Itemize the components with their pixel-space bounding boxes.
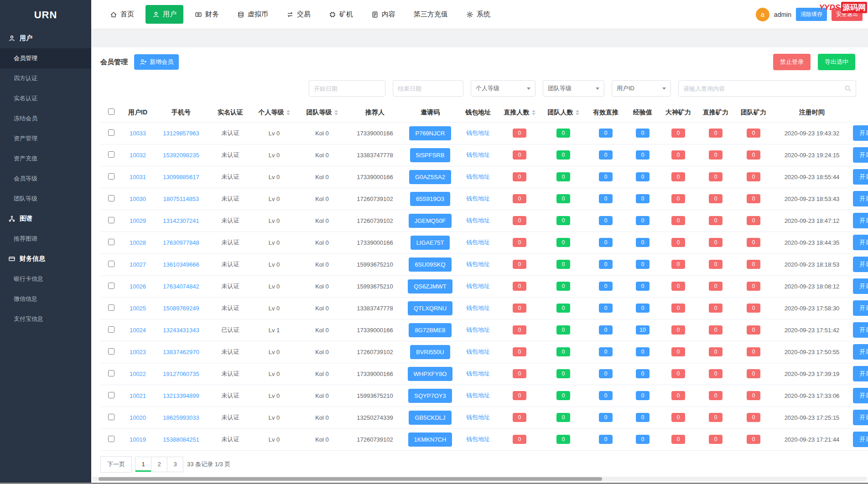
row-checkbox[interactable] bbox=[108, 239, 114, 245]
phone-link[interactable]: 13129857963 bbox=[163, 130, 199, 137]
row-action-button[interactable]: 开启 bbox=[853, 125, 868, 141]
horizontal-scrollbar[interactable] bbox=[92, 477, 867, 481]
wallet-link[interactable]: 钱包地址 bbox=[466, 195, 490, 202]
row-action-button[interactable]: 开启 bbox=[853, 257, 868, 272]
row-action-button[interactable]: 开启 bbox=[853, 344, 868, 360]
invite-code-button[interactable]: 6SU09SKQ bbox=[409, 257, 451, 272]
avatar[interactable]: a bbox=[756, 8, 769, 21]
sidebar-item-member-management[interactable]: 会员管理 bbox=[0, 48, 91, 68]
sidebar-item-alipay-info[interactable]: 支付宝信息 bbox=[0, 309, 91, 329]
next-page-button[interactable]: 下一页 bbox=[100, 456, 132, 473]
wallet-link[interactable]: 钱包地址 bbox=[466, 326, 490, 333]
user-id-link[interactable]: 10020 bbox=[130, 414, 146, 421]
phone-link[interactable]: 15392098235 bbox=[163, 152, 199, 159]
select-all-checkbox[interactable] bbox=[108, 108, 114, 115]
sidebar-section-finance-info[interactable]: 财务信息 bbox=[0, 249, 91, 269]
nav-item-trade[interactable]: 交易 bbox=[280, 5, 317, 24]
search-icon[interactable] bbox=[844, 85, 852, 92]
team-level-select[interactable]: 团队等级 bbox=[543, 80, 604, 97]
user-id-link[interactable]: 10033 bbox=[130, 130, 146, 137]
phone-link[interactable]: 17634074842 bbox=[163, 283, 199, 290]
personal-level-select[interactable]: 个人等级 bbox=[471, 80, 535, 97]
row-action-button[interactable]: 开启 bbox=[853, 366, 868, 381]
nav-item-finance[interactable]: 财务 bbox=[188, 5, 226, 24]
sidebar-section-graph[interactable]: 图谱 bbox=[0, 209, 91, 229]
user-id-link[interactable]: 10023 bbox=[130, 349, 146, 355]
row-checkbox[interactable] bbox=[108, 392, 114, 398]
forbid-login-button[interactable]: 禁止登录 bbox=[773, 54, 811, 70]
nav-item-crypto[interactable]: 虚拟币 bbox=[230, 5, 275, 24]
sidebar-item-realname-auth[interactable]: 实名认证 bbox=[0, 88, 91, 108]
invite-code-button[interactable]: SQYP7OY3 bbox=[408, 389, 452, 403]
invite-code-button[interactable]: JGEMQ50F bbox=[409, 214, 452, 228]
nav-item-users[interactable]: 用户 bbox=[146, 5, 183, 24]
invite-code-button[interactable]: 5ISPFSRB bbox=[410, 148, 451, 162]
wallet-link[interactable]: 钱包地址 bbox=[466, 304, 490, 311]
sort-control[interactable] bbox=[334, 110, 338, 115]
sidebar-item-bank-card-info[interactable]: 银行卡信息 bbox=[0, 269, 91, 289]
row-action-button[interactable]: 开启 bbox=[853, 191, 868, 206]
user-id-link[interactable]: 10028 bbox=[130, 239, 146, 246]
user-id-link[interactable]: 10027 bbox=[130, 261, 146, 268]
phone-link[interactable]: 18075114853 bbox=[163, 196, 199, 202]
row-action-button[interactable]: 开启 bbox=[853, 278, 868, 294]
wallet-link[interactable]: 钱包地址 bbox=[466, 129, 490, 136]
phone-link[interactable]: 17630977848 bbox=[163, 239, 199, 246]
phone-link[interactable]: 19127060735 bbox=[163, 371, 199, 377]
row-checkbox[interactable] bbox=[108, 151, 114, 158]
row-action-button[interactable]: 开启 bbox=[853, 300, 868, 316]
invite-code-button[interactable]: GB5CKDLJ bbox=[409, 411, 451, 425]
nav-item-system[interactable]: 系统 bbox=[459, 5, 497, 24]
wallet-link[interactable]: 钱包地址 bbox=[466, 392, 490, 399]
sidebar-item-wechat-info[interactable]: 微信信息 bbox=[0, 289, 91, 309]
user-id-select[interactable]: 用户ID bbox=[612, 80, 671, 97]
phone-link[interactable]: 18625993033 bbox=[163, 414, 199, 421]
sort-control[interactable] bbox=[576, 110, 579, 115]
row-checkbox[interactable] bbox=[108, 173, 114, 180]
nav-item-miner[interactable]: 矿机 bbox=[322, 5, 360, 24]
row-action-button[interactable]: 开启 bbox=[853, 235, 868, 250]
invite-code-button[interactable]: P769NJCR bbox=[409, 126, 451, 140]
invite-code-button[interactable]: 65S919O3 bbox=[410, 192, 450, 206]
phone-link[interactable]: 13142307241 bbox=[163, 217, 199, 224]
wallet-link[interactable]: 钱包地址 bbox=[466, 261, 490, 268]
sidebar-item-member-level[interactable]: 会员等级 bbox=[0, 169, 91, 189]
invite-code-button[interactable]: 8G72BME8 bbox=[409, 323, 451, 337]
phone-link[interactable]: 13610349666 bbox=[163, 261, 199, 268]
row-checkbox[interactable] bbox=[108, 326, 114, 333]
user-id-link[interactable]: 10032 bbox=[130, 152, 146, 159]
column-header-team-level[interactable]: 团队等级 bbox=[296, 103, 348, 122]
wallet-link[interactable]: 钱包地址 bbox=[466, 414, 490, 421]
sidebar-item-asset-recharge[interactable]: 资产充值 bbox=[0, 149, 91, 169]
row-action-button[interactable]: 开启 bbox=[853, 169, 868, 185]
wallet-link[interactable]: 钱包地址 bbox=[466, 217, 490, 224]
phone-link[interactable]: 13099885617 bbox=[163, 174, 199, 180]
row-action-button[interactable]: 开启 bbox=[853, 322, 868, 338]
sidebar-item-team-level[interactable]: 团队等级 bbox=[0, 189, 91, 209]
phone-link[interactable]: 15388084251 bbox=[163, 436, 199, 443]
row-action-button[interactable]: 开启 bbox=[853, 410, 868, 425]
invite-code-button[interactable]: QTLXQRNU bbox=[408, 301, 452, 315]
row-action-button[interactable]: 开启 bbox=[853, 388, 868, 403]
row-action-button[interactable]: 开启 bbox=[853, 147, 868, 163]
sidebar-item-four-party-auth[interactable]: 四方认证 bbox=[0, 68, 91, 88]
nav-item-content[interactable]: 内容 bbox=[364, 5, 402, 24]
column-header-personal-level[interactable]: 个人等级 bbox=[252, 103, 296, 122]
invite-code-button[interactable]: WHPXFY8O bbox=[408, 367, 453, 381]
user-id-link[interactable]: 10030 bbox=[130, 196, 146, 202]
invite-code-button[interactable]: 1KMKN7CH bbox=[408, 433, 452, 447]
page-number-2[interactable]: 2 bbox=[151, 457, 167, 472]
invite-code-button[interactable]: QS6ZJMWT bbox=[408, 279, 452, 293]
wallet-link[interactable]: 钱包地址 bbox=[466, 436, 490, 443]
row-checkbox[interactable] bbox=[108, 370, 114, 376]
wallet-link[interactable]: 钱包地址 bbox=[466, 239, 490, 246]
user-id-link[interactable]: 10019 bbox=[130, 436, 146, 443]
invite-code-button[interactable]: G0AZ5SA2 bbox=[409, 170, 451, 184]
add-member-button[interactable]: 新增会员 bbox=[134, 54, 179, 70]
row-checkbox[interactable] bbox=[108, 261, 114, 267]
sidebar-item-recommend-graph[interactable]: 推荐图谱 bbox=[0, 229, 91, 249]
search-input[interactable] bbox=[678, 80, 856, 97]
page-number-1[interactable]: 1 bbox=[135, 457, 151, 472]
invite-code-button[interactable]: BVRI550U bbox=[410, 345, 450, 359]
wallet-link[interactable]: 钱包地址 bbox=[466, 173, 490, 180]
